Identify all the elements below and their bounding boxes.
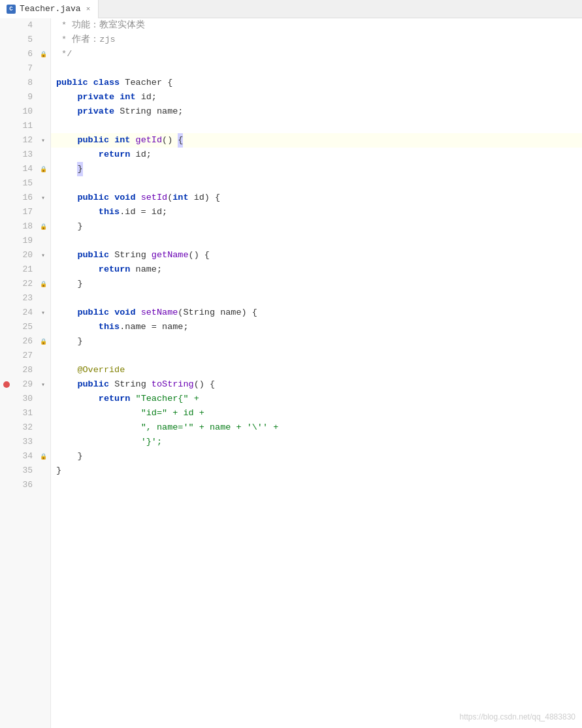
token-plain: id) { (194, 191, 221, 205)
code-line (51, 61, 582, 76)
code-line: public void setName(String name) { (51, 306, 582, 320)
code-line: } (51, 219, 582, 234)
token-plain (56, 363, 77, 377)
token-kw: this (99, 205, 120, 219)
gutter-row: 17 (0, 205, 50, 219)
token-plain (56, 248, 77, 262)
gutter-row: 18🔒 (0, 219, 50, 234)
gutter-row: 10 (0, 104, 50, 119)
token-plain: String (120, 104, 157, 119)
code-line (51, 176, 582, 191)
token-plain: String (114, 248, 152, 262)
token-plain: } (56, 449, 83, 464)
token-method: setName (141, 306, 178, 320)
token-plain: id; (136, 148, 152, 162)
line-number: 25 (13, 320, 38, 334)
code-line: this.name = name; (51, 320, 582, 334)
token-kw: return (99, 148, 136, 162)
gutter-row: 19 (0, 234, 50, 248)
gutter-row: 8 (0, 76, 50, 90)
fold-icon[interactable]: ▾ (41, 381, 45, 388)
gutter-row: 26🔒 (0, 334, 50, 349)
line-number: 30 (13, 392, 38, 406)
token-kw: return (99, 392, 136, 406)
token-kw: int (120, 90, 140, 104)
gutter-row: 34🔒 (0, 449, 50, 464)
gutter-row: 9 (0, 90, 50, 104)
code-content[interactable]: * 功能：教室实体类 * 作者：zjs */ public class Teac… (51, 18, 582, 728)
code-line: } (51, 449, 582, 464)
fold-icon[interactable]: ▾ (41, 136, 45, 144)
tab-item[interactable]: C Teacher.java × (0, 0, 99, 18)
token-plain: name; (136, 262, 163, 277)
gutter-row: 5 (0, 33, 50, 47)
token-plain (56, 104, 77, 119)
fold-indicator[interactable]: ▾ (38, 136, 48, 144)
token-plain (56, 320, 99, 334)
token-method: toString (152, 377, 194, 392)
token-plain: name; (157, 104, 184, 119)
token-kw: private (77, 90, 120, 104)
token-comment: * 功能：教室实体类 (56, 18, 145, 33)
code-line: } (51, 277, 582, 291)
code-line: private int id; (51, 90, 582, 104)
tab-bar: C Teacher.java × (0, 0, 582, 18)
gutter-row: 30 (0, 392, 50, 406)
fold-indicator: 🔒 (38, 281, 48, 288)
token-kw: return (99, 262, 136, 277)
code-line (51, 478, 582, 492)
line-number: 10 (13, 104, 38, 119)
fold-indicator: 🔒 (38, 338, 48, 345)
gutter-row: 23 (0, 291, 50, 306)
tab-close-button[interactable]: × (85, 5, 92, 14)
code-line: public class Teacher { (51, 76, 582, 90)
gutter-row: 31 (0, 406, 50, 420)
fold-indicator[interactable]: ▾ (38, 194, 48, 202)
code-line (51, 119, 582, 133)
line-number: 26 (13, 334, 38, 349)
token-plain (56, 377, 77, 392)
gutter-row: 6🔒 (0, 47, 50, 61)
code-line: @Override (51, 363, 582, 377)
token-plain (56, 420, 141, 435)
token-plain: } (56, 277, 83, 291)
token-bracket-highlight: } (77, 162, 82, 176)
breakpoint-area[interactable] (0, 381, 13, 388)
lock-icon: 🔒 (40, 51, 47, 58)
token-plain: id; (141, 90, 157, 104)
line-number: 29 (13, 377, 38, 392)
gutter-row: 22🔒 (0, 277, 50, 291)
gutter-row: 32 (0, 420, 50, 435)
gutter-row: 28 (0, 363, 50, 377)
fold-indicator[interactable]: ▾ (38, 309, 48, 317)
code-line: * 功能：教室实体类 (51, 18, 582, 33)
token-plain (56, 148, 99, 162)
gutter-row: 7 (0, 61, 50, 76)
code-line: public String getName() { (51, 248, 582, 262)
fold-icon[interactable]: ▾ (41, 251, 45, 259)
line-number: 32 (13, 420, 38, 435)
token-plain: () { (189, 248, 210, 262)
token-plain (56, 306, 77, 320)
fold-icon[interactable]: ▾ (41, 309, 45, 317)
fold-indicator: 🔒 (38, 51, 48, 58)
token-plain: String (114, 377, 152, 392)
code-line: } (51, 464, 582, 478)
fold-indicator[interactable]: ▾ (38, 381, 48, 388)
fold-icon[interactable]: ▾ (41, 194, 45, 202)
line-number: 36 (13, 478, 38, 492)
token-plain: () { (194, 377, 215, 392)
token-plain (56, 435, 141, 449)
line-number: 31 (13, 406, 38, 420)
token-plain: (String name) { (178, 306, 257, 320)
line-number: 7 (13, 61, 38, 76)
fold-indicator[interactable]: ▾ (38, 251, 48, 259)
line-number: 11 (13, 119, 38, 133)
code-line (51, 291, 582, 306)
token-plain (56, 392, 99, 406)
line-number: 21 (13, 262, 38, 277)
token-kw: private (77, 104, 120, 119)
token-kw: public (56, 76, 93, 90)
file-type-icon: C (7, 5, 16, 14)
token-method: getId (136, 133, 163, 148)
